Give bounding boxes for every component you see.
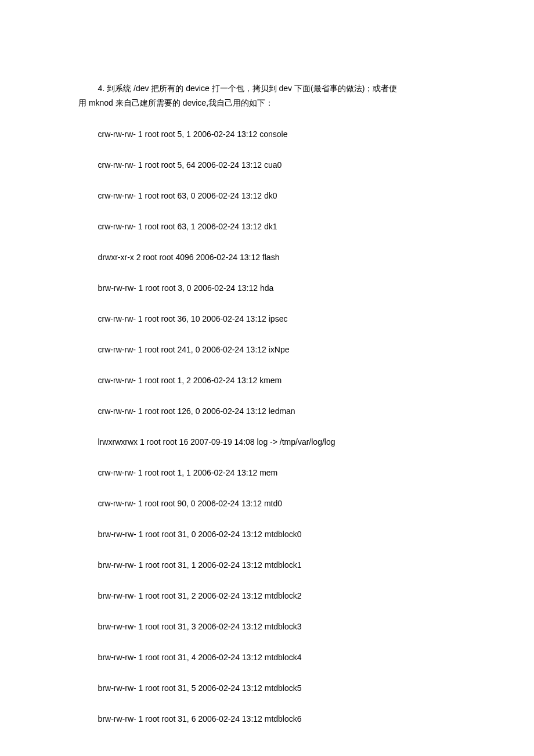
device-entry: brw-rw-rw- 1 root root 31, 6 2006-02-24 … <box>78 713 456 725</box>
device-entry: brw-rw-rw- 1 root root 31, 4 2006-02-24 … <box>78 651 456 664</box>
device-entry: crw-rw-rw- 1 root root 36, 10 2006-02-24… <box>78 313 456 325</box>
device-entry: crw-rw-rw- 1 root root 1, 1 2006-02-24 1… <box>78 467 456 479</box>
device-entry: lrwxrwxrwx 1 root root 16 2007-09-19 14:… <box>78 436 456 448</box>
device-entry: brw-rw-rw- 1 root root 31, 5 2006-02-24 … <box>78 682 456 694</box>
device-entry: brw-rw-rw- 1 root root 31, 0 2006-02-24 … <box>78 528 456 541</box>
intro-paragraph: 4. 到系统 /dev 把所有的 device 打一个包，拷贝到 dev 下面(… <box>78 81 456 110</box>
device-entry: brw-rw-rw- 1 root root 31, 3 2006-02-24 … <box>78 621 456 633</box>
intro-line-1: 4. 到系统 /dev 把所有的 device 打一个包，拷贝到 dev 下面(… <box>78 81 456 96</box>
device-entry: brw-rw-rw- 1 root root 31, 1 2006-02-24 … <box>78 559 456 571</box>
document-page: 4. 到系统 /dev 把所有的 device 打一个包，拷贝到 dev 下面(… <box>0 0 534 756</box>
device-entry: brw-rw-rw- 1 root root 3, 0 2006-02-24 1… <box>78 282 456 294</box>
device-entry: crw-rw-rw- 1 root root 5, 1 2006-02-24 1… <box>78 128 456 141</box>
device-entry: crw-rw-rw- 1 root root 241, 0 2006-02-24… <box>78 344 456 356</box>
device-entry: brw-rw-rw- 1 root root 31, 2 2006-02-24 … <box>78 590 456 602</box>
device-entry: crw-rw-rw- 1 root root 5, 64 2006-02-24 … <box>78 159 456 171</box>
intro-line-2: 用 mknod 来自己建所需要的 device,我自己用的如下： <box>78 98 273 107</box>
device-entry: crw-rw-rw- 1 root root 90, 0 2006-02-24 … <box>78 498 456 510</box>
device-entry: crw-rw-rw- 1 root root 126, 0 2006-02-24… <box>78 405 456 417</box>
device-entry: crw-rw-rw- 1 root root 1, 2 2006-02-24 1… <box>78 375 456 387</box>
device-entry: drwxr-xr-x 2 root root 4096 2006-02-24 1… <box>78 251 456 264</box>
device-entry: crw-rw-rw- 1 root root 63, 1 2006-02-24 … <box>78 221 456 233</box>
device-entry: crw-rw-rw- 1 root root 63, 0 2006-02-24 … <box>78 190 456 202</box>
